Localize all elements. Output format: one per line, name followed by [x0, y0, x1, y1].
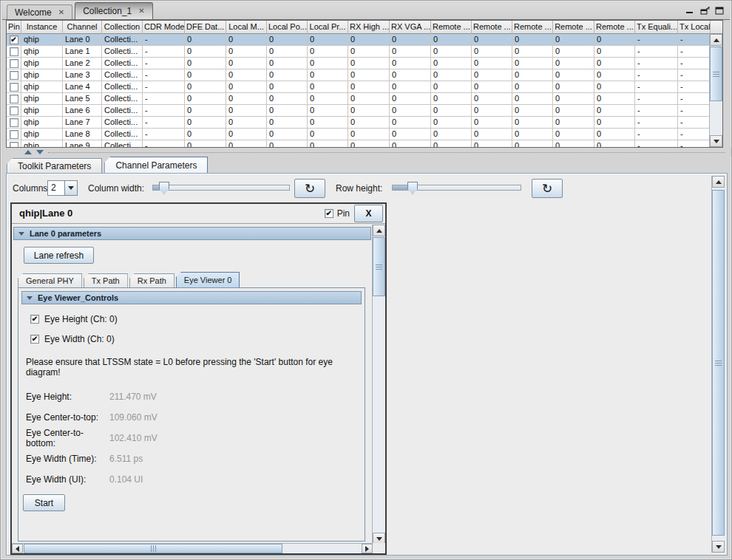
column-header[interactable]: Collection: [102, 21, 143, 34]
close-panel-button[interactable]: X: [354, 205, 383, 222]
table-row[interactable]: qhipLane 7Collecti...-00000000000--: [7, 117, 709, 129]
table-row[interactable]: qhipLane 2Collecti...-00000000000--: [7, 58, 709, 69]
scroll-down-button[interactable]: [710, 135, 722, 147]
editor-tab-collection_1[interactable]: Collection_1✕: [75, 2, 152, 19]
dropdown-button[interactable]: [64, 181, 77, 195]
scrollbar-thumb[interactable]: [712, 190, 725, 536]
collapse-triangle-icon[interactable]: [27, 296, 33, 300]
maximize-icon[interactable]: [715, 7, 724, 15]
table-vertical-scrollbar[interactable]: [709, 34, 722, 147]
scroll-up-button[interactable]: [710, 34, 722, 46]
float-window-icon[interactable]: [700, 7, 709, 15]
column-header[interactable]: RX VGA ...: [390, 21, 431, 34]
scroll-right-button[interactable]: [362, 544, 373, 553]
pin-checkbox[interactable]: ✔: [325, 209, 333, 218]
column-header[interactable]: Tx Local...: [678, 21, 711, 34]
scrollbar-thumb[interactable]: [710, 47, 722, 101]
row-pin-cell[interactable]: [7, 58, 21, 69]
pin-checkbox[interactable]: [10, 59, 18, 68]
pin-checkbox[interactable]: [10, 142, 18, 148]
collapse-up-icon[interactable]: [24, 150, 32, 154]
column-header[interactable]: Remote ...: [594, 21, 635, 34]
panel-horizontal-scrollbar[interactable]: [12, 543, 373, 553]
pin-checkbox[interactable]: ✔: [10, 35, 18, 44]
lane-refresh-button[interactable]: Lane refresh: [24, 247, 94, 264]
pin-checkbox[interactable]: [10, 106, 18, 115]
table-row[interactable]: qhipLane 8Collecti...-00000000000--: [7, 129, 709, 140]
column-width-slider[interactable]: [152, 185, 290, 191]
column-header[interactable]: DFE Dat...: [185, 21, 226, 34]
lane-tab-eye-viewer-0[interactable]: Eye Viewer 0: [176, 272, 240, 287]
table-row[interactable]: qhipLane 4Collecti...-00000000000--: [7, 81, 709, 93]
scroll-left-button[interactable]: [12, 544, 23, 553]
collapse-triangle-icon[interactable]: [18, 232, 24, 236]
row-pin-cell[interactable]: ✔: [7, 34, 21, 46]
scrollbar-thumb[interactable]: [24, 544, 282, 553]
row-pin-cell[interactable]: [7, 117, 21, 129]
table-row[interactable]: qhipLane 6Collecti...-00000000000--: [7, 105, 709, 117]
splitter-handle[interactable]: [48, 152, 725, 153]
column-header[interactable]: Remote ...: [553, 21, 594, 34]
scroll-down-button[interactable]: [712, 541, 725, 553]
lane-tab-tx-path[interactable]: Tx Path: [84, 273, 128, 287]
editor-tab-welcome[interactable]: Welcome✕: [7, 4, 72, 19]
column-refresh-button[interactable]: ↻: [294, 179, 325, 198]
column-header[interactable]: Pin: [7, 21, 21, 34]
lane-tab-rx-path[interactable]: Rx Path: [129, 273, 174, 287]
collapse-down-icon[interactable]: [36, 150, 44, 154]
pin-checkbox[interactable]: [10, 71, 18, 80]
eye-viewer-controls-header[interactable]: Eye Viewer_Controls: [21, 291, 362, 304]
pin-checkbox[interactable]: [10, 95, 18, 103]
scroll-up-button[interactable]: [373, 225, 385, 236]
pin-checkbox[interactable]: [10, 47, 18, 56]
pin-checkbox[interactable]: [10, 130, 18, 139]
column-header[interactable]: Remote ...: [431, 21, 472, 34]
scroll-up-button[interactable]: [712, 176, 725, 188]
row-height-slider[interactable]: [392, 185, 521, 191]
column-header[interactable]: Tx Equali...: [635, 21, 678, 34]
scrollbar-thumb[interactable]: [373, 237, 385, 296]
panel-vertical-scrollbar[interactable]: [372, 225, 385, 544]
slider-thumb[interactable]: [159, 182, 169, 194]
eye-checkbox-row[interactable]: ✔Eye Height (Ch: 0): [30, 314, 365, 324]
eye-checkbox-row[interactable]: ✔Eye Width (Ch: 0): [30, 334, 365, 344]
table-row[interactable]: qhipLane 1Collecti...-00000000000--: [7, 46, 709, 58]
pane-vertical-scrollbar[interactable]: [711, 176, 725, 553]
column-header[interactable]: Remote ...: [472, 21, 512, 34]
pane-splitter[interactable]: [2, 148, 731, 157]
lane-parameters-group-header[interactable]: Lane 0 parameters: [13, 227, 371, 240]
slider-thumb[interactable]: [407, 182, 418, 194]
table-row[interactable]: ✔qhipLane 0Collecti...-00000000000--: [7, 34, 709, 46]
column-header[interactable]: Local M...: [226, 21, 267, 34]
checkbox-icon[interactable]: ✔: [30, 315, 39, 324]
pin-checkbox[interactable]: [10, 118, 18, 127]
close-icon[interactable]: ✕: [58, 9, 64, 16]
minimize-icon[interactable]: [685, 7, 694, 15]
row-pin-cell[interactable]: [7, 129, 21, 140]
row-pin-cell[interactable]: [7, 140, 21, 147]
column-header[interactable]: Remote ...: [512, 21, 553, 34]
column-header[interactable]: RX High ...: [348, 21, 390, 34]
row-refresh-button[interactable]: ↻: [532, 179, 563, 198]
close-icon[interactable]: ✕: [138, 7, 144, 15]
row-pin-cell[interactable]: [7, 69, 21, 81]
row-pin-cell[interactable]: [7, 46, 21, 58]
columns-select[interactable]: 2: [47, 180, 78, 196]
row-pin-cell[interactable]: [7, 81, 21, 93]
row-pin-cell[interactable]: [7, 105, 21, 117]
lane-tab-general-phy[interactable]: General PHY: [18, 273, 82, 287]
column-header[interactable]: Channel: [63, 21, 102, 34]
pane-tab-toolkit-parameters[interactable]: Toolkit Parameters: [7, 158, 102, 173]
column-header[interactable]: Local Pr...: [308, 21, 348, 34]
table-row[interactable]: qhipLane 5Collecti...-00000000000--: [7, 93, 709, 105]
pin-control[interactable]: ✔ Pin: [325, 208, 350, 219]
checkbox-icon[interactable]: ✔: [30, 335, 39, 344]
row-pin-cell[interactable]: [7, 93, 21, 105]
table-row[interactable]: qhipLane 3Collecti...-00000000000--: [7, 69, 709, 81]
table-row[interactable]: qhipLane 9Collecti...-00000000000--: [7, 140, 709, 147]
column-header[interactable]: CDR Mode: [143, 21, 185, 34]
start-button[interactable]: Start: [23, 494, 65, 511]
pin-checkbox[interactable]: [10, 83, 18, 92]
column-header[interactable]: Local Po...: [267, 21, 308, 34]
column-header[interactable]: Instance: [21, 21, 63, 34]
